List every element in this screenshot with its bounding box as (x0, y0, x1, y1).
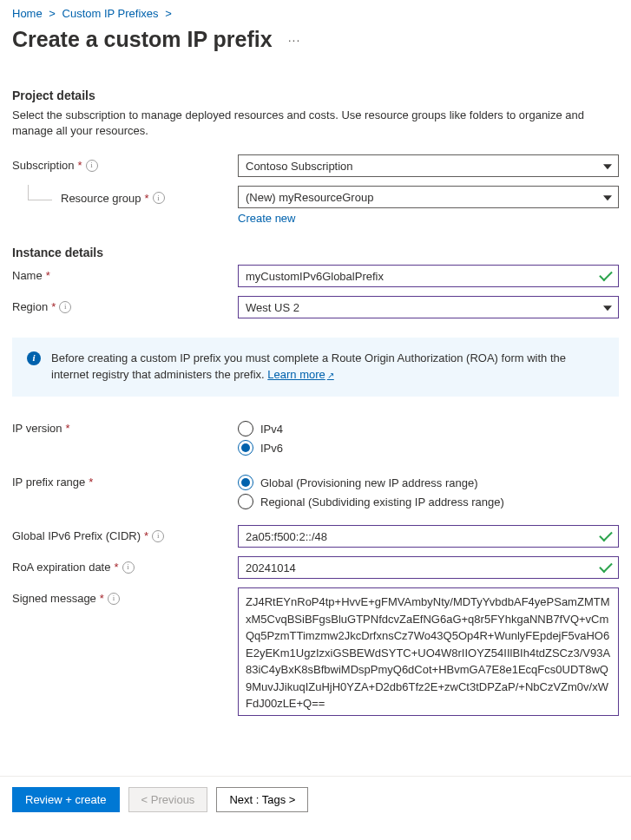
resource-group-select[interactable]: (New) myResourceGroup (238, 186, 619, 208)
resource-group-label: Resource group (61, 192, 141, 205)
external-link-icon: ↗ (325, 371, 334, 380)
global-range-radio-label: Global (Provisioning new IP address rang… (260, 476, 478, 489)
breadcrumb-custom-ip-prefixes[interactable]: Custom IP Prefixes (62, 7, 159, 20)
previous-button: < Previous (128, 787, 208, 812)
ipv6-radio-label: IPv6 (260, 442, 283, 455)
chevron-right-icon: > (45, 7, 59, 20)
wizard-footer: Review + create < Previous Next : Tags > (0, 776, 631, 823)
info-icon[interactable]: i (108, 593, 120, 605)
cidr-input[interactable] (238, 525, 619, 548)
cidr-label: Global IPv6 Prefix (CIDR) (12, 529, 141, 542)
region-select[interactable]: West US 2 (238, 296, 619, 318)
instance-details-header: Instance details (12, 246, 619, 259)
breadcrumb-home[interactable]: Home (12, 7, 43, 20)
page-title: Create a custom IP prefix (12, 27, 273, 52)
review-create-button[interactable]: Review + create (12, 787, 120, 812)
more-menu-icon[interactable]: ··· (288, 33, 301, 47)
info-icon: i (27, 351, 41, 365)
regional-range-radio[interactable] (238, 494, 253, 509)
subscription-select[interactable]: Contoso Subscription (238, 154, 619, 177)
roa-expiration-label: RoA expiration date (12, 561, 110, 574)
ip-version-label: IP version (12, 422, 62, 435)
info-icon[interactable]: i (153, 192, 165, 204)
name-input[interactable] (238, 265, 619, 287)
global-range-radio[interactable] (238, 475, 253, 490)
chevron-right-icon: > (161, 7, 175, 20)
learn-more-link[interactable]: Learn more↗ (267, 368, 333, 381)
regional-range-radio-label: Regional (Subdividing existing IP addres… (260, 495, 504, 509)
info-icon[interactable]: i (152, 530, 164, 542)
ipv4-radio-label: IPv4 (260, 423, 283, 436)
ip-prefix-range-label: IP prefix range (12, 476, 85, 489)
info-icon[interactable]: i (122, 561, 135, 574)
signed-message-label: Signed message (12, 592, 96, 605)
name-label: Name (12, 269, 43, 282)
region-label: Region (12, 300, 48, 313)
subscription-label: Subscription (12, 159, 75, 172)
ipv6-radio[interactable] (238, 440, 253, 456)
tree-indent-icon (28, 185, 52, 200)
roa-callout: i Before creating a custom IP prefix you… (12, 338, 619, 397)
breadcrumb: Home > Custom IP Prefixes > (12, 5, 619, 23)
project-details-desc: Select the subscription to manage deploy… (12, 108, 619, 139)
next-button[interactable]: Next : Tags > (216, 787, 308, 812)
ipv4-radio[interactable] (238, 421, 253, 436)
info-icon[interactable]: i (59, 301, 71, 313)
roa-expiration-input[interactable] (238, 556, 619, 579)
create-new-rg-link[interactable]: Create new (238, 212, 295, 225)
project-details-header: Project details (12, 89, 619, 102)
info-icon[interactable]: i (86, 160, 98, 172)
signed-message-textarea[interactable] (238, 587, 619, 716)
